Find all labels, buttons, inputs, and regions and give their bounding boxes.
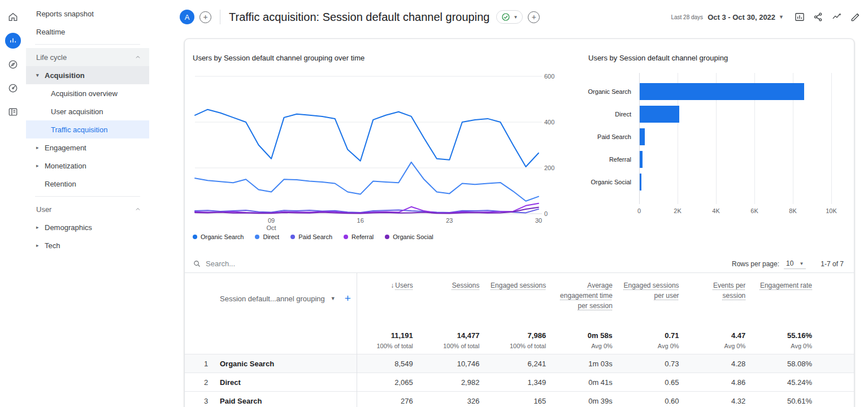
caret-down-icon[interactable]: ▾	[36, 72, 45, 78]
advertising-icon[interactable]	[5, 80, 21, 96]
sidebar-item-traffic-acquisition[interactable]: Traffic acquisition	[26, 120, 149, 138]
sidebar-item-demographics[interactable]: ▸ Demographics	[26, 218, 149, 236]
bar[interactable]	[640, 83, 804, 100]
chevron-up-icon[interactable]	[134, 54, 141, 60]
library-icon[interactable]	[5, 104, 21, 120]
caret-down-icon: ▼	[799, 261, 804, 266]
page-title: Traffic acquisition: Session default cha…	[229, 11, 489, 24]
reports-icon[interactable]	[5, 33, 21, 49]
column-header-avg-engagement-time[interactable]: Average engagement time per session	[556, 273, 623, 324]
nav-rail	[0, 0, 26, 407]
add-dimension-icon[interactable]: +	[345, 292, 351, 305]
row-index: 2	[204, 378, 220, 387]
rows-per-page-select[interactable]: 10 ▼	[784, 258, 806, 269]
sidebar-item-realtime[interactable]: Realtime	[26, 23, 149, 41]
channel-name[interactable]: Paid Search	[220, 397, 262, 405]
cell-events-per-session: 4.28	[689, 360, 756, 368]
column-header-events-per-session[interactable]: Events per session	[689, 273, 756, 324]
x-tick-label: 16	[357, 217, 364, 224]
sidebar-item-monetization[interactable]: ▸ Monetization	[26, 157, 149, 175]
total-users: 11,191100% of total	[357, 324, 423, 354]
caret-right-icon[interactable]: ▸	[36, 145, 45, 150]
sidebar-item-acquisition[interactable]: ▾ Acquisition	[26, 66, 149, 84]
legend-dot	[290, 235, 295, 239]
column-header-engagement-rate[interactable]: Engagement rate	[756, 273, 822, 324]
sidebar-section-life-cycle[interactable]: Life cycle	[26, 48, 149, 66]
sidebar-item-user-acquisition[interactable]: User acquisition	[26, 102, 149, 120]
caret-right-icon[interactable]: ▸	[36, 243, 45, 248]
bar[interactable]	[640, 128, 645, 145]
column-header-sessions[interactable]: Sessions	[423, 273, 490, 324]
x-tick-label: 8K	[789, 207, 796, 214]
table-row[interactable]: 3Paid Search 276 326 165 0m 39s 0.60 4.3…	[185, 391, 854, 407]
sidebar-section-user[interactable]: User	[26, 200, 149, 218]
caret-down-icon[interactable]: ▼	[331, 296, 336, 301]
avatar[interactable]: A	[180, 10, 194, 24]
check-circle-icon	[501, 12, 510, 21]
cell-users: 2,065	[357, 378, 423, 387]
table-toolbar: Rows per page: 10 ▼ 1-7 of 7	[185, 255, 854, 273]
add-segment-icon[interactable]: +	[199, 11, 211, 23]
search-input[interactable]	[206, 259, 330, 268]
dimension-header-label: Session default...annel grouping	[220, 295, 325, 303]
bar-category-label: Organic Social	[580, 179, 631, 185]
legend-dot	[193, 235, 197, 239]
bar-category-label: Direct	[580, 111, 631, 118]
bar[interactable]	[640, 174, 641, 190]
cell-engagement-rate: 50.61%	[756, 397, 822, 405]
insights-icon[interactable]	[829, 9, 845, 25]
date-range-picker[interactable]: Oct 3 - Oct 30, 2022	[708, 13, 775, 21]
table-header-row: Session default...annel grouping ▼ + ↓Us…	[185, 273, 854, 324]
caret-right-icon[interactable]: ▸	[36, 163, 45, 168]
x-tick-label: 4K	[712, 207, 719, 214]
bar-category-label: Referral	[580, 156, 631, 163]
row-index: 3	[204, 397, 220, 405]
sidebar-item-label: Demographics	[45, 223, 92, 232]
report-card: Users by Session default channel groupin…	[184, 38, 854, 407]
channel-name[interactable]: Direct	[220, 378, 241, 387]
table-row[interactable]: 1Organic Search 8,549 10,746 6,241 1m 03…	[185, 354, 854, 373]
rows-per-page-value: 10	[786, 259, 793, 267]
customize-report-icon[interactable]	[792, 9, 808, 25]
table-row[interactable]: 2Direct 2,065 2,982 1,349 0m 41s 0.65 4.…	[185, 373, 854, 391]
home-icon[interactable]	[5, 9, 21, 25]
column-header-users[interactable]: ↓Users	[357, 273, 423, 324]
report-status-pill[interactable]: ▼	[496, 10, 523, 24]
cell-engagement-rate: 58.08%	[756, 360, 822, 368]
sidebar-item-tech[interactable]: ▸ Tech	[26, 236, 149, 254]
cell-users: 8,549	[357, 360, 423, 368]
x-tick-label: 0	[637, 207, 641, 214]
sidebar-item-engagement[interactable]: ▸ Engagement	[26, 138, 149, 157]
sidebar-item-label: Realtime	[36, 28, 65, 36]
cell-avg-engagement-time: 0m 41s	[556, 378, 623, 387]
sidebar-item-reports-snapshot[interactable]: Reports snapshot	[26, 5, 149, 23]
edit-icon[interactable]	[848, 9, 863, 25]
share-icon[interactable]	[810, 9, 826, 25]
column-header-engaged-sessions[interactable]: Engaged sessions	[489, 273, 556, 324]
chevron-up-icon[interactable]	[134, 206, 141, 213]
caret-down-icon[interactable]: ▼	[779, 14, 784, 20]
bar[interactable]	[640, 151, 643, 168]
cell-sessions: 326	[423, 397, 490, 405]
add-comparison-icon[interactable]: +	[528, 11, 540, 23]
caret-right-icon[interactable]: ▸	[36, 224, 45, 230]
cell-engaged-per-user: 0.60	[623, 397, 689, 405]
y-tick-label: 200	[544, 164, 554, 171]
cell-engaged-sessions: 6,241	[489, 360, 556, 368]
cell-engaged-sessions: 1,349	[489, 378, 556, 387]
cell-engaged-per-user: 0.65	[623, 378, 689, 387]
x-tick-label: 6K	[750, 207, 758, 214]
table-totals-row: 11,191100% of total 14,477100% of total …	[185, 324, 854, 354]
avatar-letter: A	[185, 13, 190, 21]
section-label: Life cycle	[36, 53, 67, 62]
x-tick-label: 2K	[674, 207, 681, 214]
explore-icon[interactable]	[5, 57, 21, 72]
sidebar-item-acquisition-overview[interactable]: Acquisition overview	[26, 84, 149, 102]
sidebar-item-retention[interactable]: Retention	[26, 175, 149, 193]
column-header-engaged-sessions-per-user[interactable]: Engaged sessions per user	[623, 273, 689, 324]
cell-events-per-session: 4.32	[689, 397, 756, 405]
dimension-header[interactable]: Session default...annel grouping ▼ +	[185, 273, 357, 324]
channel-name[interactable]: Organic Search	[220, 360, 274, 368]
legend-dot	[255, 235, 259, 239]
bar[interactable]	[640, 106, 679, 123]
